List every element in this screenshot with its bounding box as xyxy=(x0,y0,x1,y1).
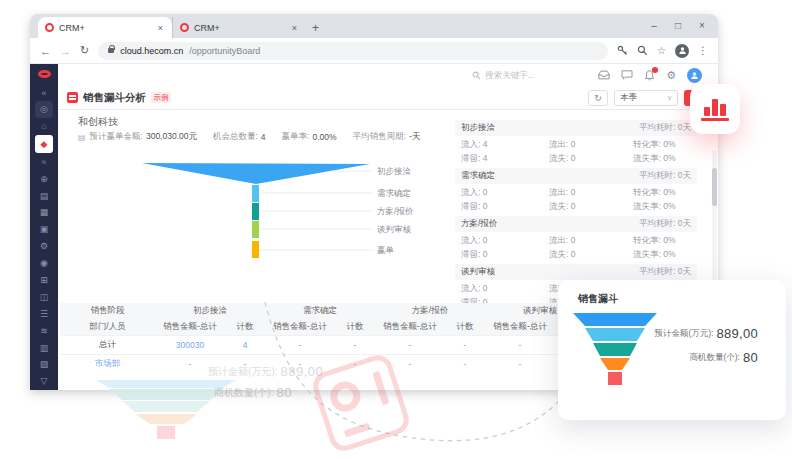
main-funnel-chart: 初步接洽需求确定方案/报价谈判审核赢单 xyxy=(88,150,488,310)
stage-stat-block: 需求确定平均耗时: 0天流入: 0流出: 0转化率: 0%滞留: 0流失: 0流… xyxy=(455,168,697,216)
notification-badge xyxy=(652,67,658,73)
new-tab-button[interactable]: + xyxy=(312,21,319,35)
scrollbar-thumb[interactable] xyxy=(712,168,717,206)
messages-icon[interactable] xyxy=(621,70,633,80)
crm-favicon xyxy=(180,23,189,32)
person-icon xyxy=(690,71,699,80)
addressbar-icons: ☆ ⋮ xyxy=(617,44,708,58)
table-cell[interactable]: 4 xyxy=(225,335,265,354)
app-toolbar: 销售漏斗分析 示例 ↻ 本季 ∨ xyxy=(58,86,718,110)
sidebar-item-list[interactable]: ☰ xyxy=(35,306,53,322)
title-badge: 示例 xyxy=(151,92,171,103)
stage-stat: 流入: 4 xyxy=(461,139,549,151)
stage-stat: 转化率: 0% xyxy=(633,187,703,199)
stage-stat: 滞留: 0 xyxy=(461,201,549,213)
stage-title: 初步接洽 xyxy=(461,122,495,134)
stage-avg-time: 平均耗时: 0天 xyxy=(639,266,691,278)
metric-value: -天 xyxy=(409,131,420,143)
stage-title: 方案/报价 xyxy=(461,218,497,230)
funnel-stage-label: 谈判审核 xyxy=(377,224,412,234)
sidebar-item-trend[interactable]: ≈ xyxy=(35,154,53,170)
notifications-bell-icon[interactable] xyxy=(644,70,655,81)
maximize-button[interactable]: □ xyxy=(666,14,690,38)
tab-close-icon[interactable]: × xyxy=(290,23,299,33)
refresh-button[interactable]: ↻ xyxy=(588,90,608,106)
app-search[interactable] xyxy=(472,70,571,80)
stage-title: 谈判审核 xyxy=(461,266,495,278)
table-cell: - xyxy=(445,354,485,373)
card-metrics: 预计金额(万元):889,00 商机数量(个):80 xyxy=(654,326,758,365)
person-icon xyxy=(678,46,687,55)
bookmark-star-icon[interactable]: ☆ xyxy=(657,46,666,56)
browser-addressbar: ← → ↻ cloud.hecom.cn/opportunityBoard ☆ … xyxy=(30,38,718,64)
sidebar-item-search[interactable]: ◎ xyxy=(35,101,53,117)
stage-stat: 滞留: 4 xyxy=(461,153,549,165)
page-title: 销售漏斗分析 xyxy=(83,91,146,105)
sidebar-item-settings[interactable]: ⚙ xyxy=(35,238,53,254)
sidebar-item-add[interactable]: ⊕ xyxy=(35,170,53,186)
metric-value: 4 xyxy=(261,132,266,142)
tab-close-icon[interactable]: × xyxy=(156,23,165,33)
sidebar-item-pattern[interactable]: ▧ xyxy=(35,356,53,372)
row-name[interactable]: 市场部 xyxy=(60,354,155,373)
sidebar-item-report[interactable]: ▦ xyxy=(35,204,53,220)
sidebar-item-target[interactable]: ◉ xyxy=(35,255,53,271)
sidebar-item-kanban[interactable]: ◫ xyxy=(35,289,53,305)
metric-label: 平均销售周期: xyxy=(353,131,406,143)
url-bar[interactable]: cloud.hecom.cn/opportunityBoard xyxy=(98,42,608,60)
table-sub-header: 计数 xyxy=(335,319,375,335)
minimize-button[interactable]: – xyxy=(642,14,666,38)
chevron-down-icon: ∨ xyxy=(667,94,672,102)
table-sub-header: 销售金额-总计 xyxy=(265,319,335,335)
url-host: cloud.hecom.cn xyxy=(120,46,183,56)
table-corner-sub: 部门/人员 xyxy=(60,319,155,335)
sidebar-item-more[interactable]: ▽ xyxy=(35,373,53,389)
reload-icon[interactable]: ↻ xyxy=(80,44,89,57)
inbox-icon[interactable] xyxy=(598,70,610,80)
back-icon[interactable]: ← xyxy=(40,45,51,57)
url-path: /opportunityBoard xyxy=(189,46,260,56)
sidebar-item-apps[interactable]: ⊞ xyxy=(35,272,53,288)
close-button[interactable]: × xyxy=(690,14,714,38)
card-title: 销售漏斗 xyxy=(578,292,618,306)
table-cell: - xyxy=(155,354,225,373)
user-avatar[interactable] xyxy=(687,68,702,83)
sidebar-item-calendar[interactable]: ▤ xyxy=(35,187,53,203)
window-controls: – □ × xyxy=(642,14,714,38)
sidebar-item-columns[interactable]: ▥ xyxy=(35,339,53,355)
browser-tabstrip: CRM+ × CRM+ × + – □ × xyxy=(30,14,718,38)
browser-tab-2[interactable]: CRM+ × xyxy=(172,17,306,38)
profile-avatar[interactable] xyxy=(675,44,689,58)
report-icon xyxy=(67,92,78,103)
sidebar-item-funnel-analysis[interactable]: ◆ xyxy=(35,135,53,153)
table-sub-header: 销售金额-总计 xyxy=(155,319,225,335)
forward-icon[interactable]: → xyxy=(60,45,71,57)
table-group-header: 初步接洽 xyxy=(155,303,265,319)
table-cell[interactable]: 300030 xyxy=(155,335,225,354)
card-metric-count: 商机数量(个):80 xyxy=(654,350,758,365)
table-cell: - xyxy=(225,354,265,373)
bar-chart-icon xyxy=(701,97,729,121)
search-icon[interactable] xyxy=(637,45,648,56)
period-dropdown[interactable]: 本季 ∨ xyxy=(614,90,678,106)
funnel-stage-label: 赢单 xyxy=(377,245,395,255)
sidebar-item-documents[interactable]: ▣ xyxy=(35,221,53,237)
chart-app-icon[interactable] xyxy=(690,84,740,134)
search-input[interactable] xyxy=(485,70,571,80)
menu-dots-icon[interactable]: ⋮ xyxy=(698,46,708,56)
sidebar-icon-list: «◎⌂◆≈⊕▤▦▣⚙◉⊞◫☰≋▥▧▽ xyxy=(35,84,53,390)
key-icon[interactable] xyxy=(617,45,628,56)
metric-label: 机会总数量: xyxy=(213,131,258,143)
table-sub-header: 计数 xyxy=(445,319,485,335)
browser-tab-1[interactable]: CRM+ × xyxy=(38,17,172,38)
search-icon xyxy=(472,71,481,80)
settings-gear-icon[interactable]: ⚙ xyxy=(666,70,676,81)
summary-icon: ▤ xyxy=(78,133,86,142)
table-cell: - xyxy=(265,354,335,373)
sidebar-item-home[interactable]: ⌂ xyxy=(35,118,53,134)
table-cell: - xyxy=(335,335,375,354)
lock-icon xyxy=(108,48,114,53)
sidebar-item-waves[interactable]: ≋ xyxy=(35,322,53,338)
sidebar-item-collapse[interactable]: « xyxy=(35,84,53,100)
summary-metrics: ▤ 预计赢单金额:300,030.00元机会总数量:4赢单率:0.00%平均销售… xyxy=(78,131,433,143)
